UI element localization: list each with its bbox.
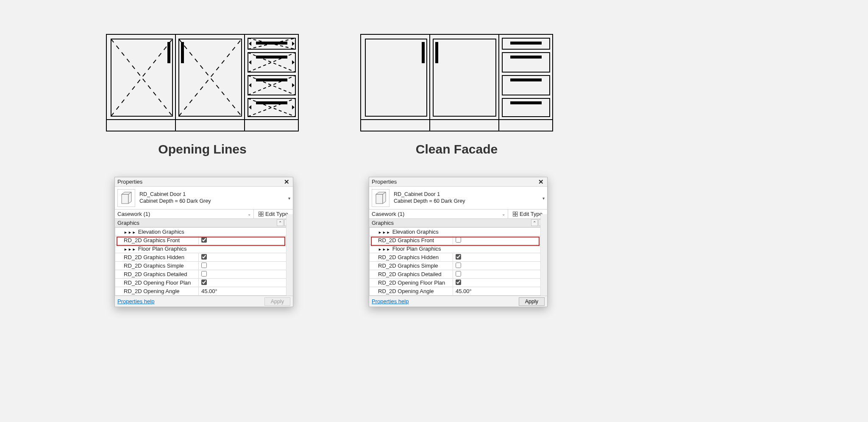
svg-rect-4 xyxy=(111,39,172,116)
close-icon[interactable]: ✕ xyxy=(282,178,291,186)
properties-help-link[interactable]: Properties help xyxy=(117,298,154,305)
properties-panel-left: Properties ✕ RD_Cabinet Door 1 Cabinet D… xyxy=(114,177,293,307)
chevron-down-icon: ⌄ xyxy=(248,212,251,216)
svg-rect-38 xyxy=(502,53,550,72)
type-name: Cabinet Depth = 60 Dark Grey xyxy=(139,198,211,205)
instance-selector-label: Casework (1) xyxy=(372,211,404,217)
svg-marker-44 xyxy=(122,194,128,204)
svg-rect-25 xyxy=(256,102,287,104)
svg-rect-47 xyxy=(259,212,261,214)
instance-selector[interactable]: Casework (1) ⌄ xyxy=(115,210,254,218)
group-floorplan[interactable]: ►►►Floor Plan Graphics xyxy=(370,245,547,253)
edit-type-icon xyxy=(259,212,264,217)
section-graphics[interactable]: Graphics ⌃ ⌃ xyxy=(115,219,293,227)
checkbox-opening-fp[interactable] xyxy=(201,279,207,285)
section-label: Graphics xyxy=(372,220,394,226)
svg-rect-5 xyxy=(179,39,242,116)
chevron-down-icon[interactable]: ▾ xyxy=(288,196,290,200)
panel-title: Properties xyxy=(117,179,142,185)
section-collapse-icon[interactable]: ⌃ xyxy=(277,219,284,226)
svg-rect-57 xyxy=(516,214,518,216)
param-detailed: RD_2D Graphics Detailed xyxy=(370,270,453,279)
svg-rect-39 xyxy=(511,56,541,58)
edit-type-label: Edit Type xyxy=(265,211,288,217)
svg-rect-6 xyxy=(168,42,170,63)
scrollbar[interactable] xyxy=(286,214,293,296)
triangle-icon: ►►► xyxy=(124,247,136,252)
checkbox-simple[interactable] xyxy=(201,263,207,268)
svg-rect-32 xyxy=(365,39,427,116)
svg-rect-37 xyxy=(511,42,541,44)
properties-help-link[interactable]: Properties help xyxy=(372,298,409,305)
checkbox-simple[interactable] xyxy=(456,263,461,268)
section-collapse-icon[interactable]: ⌃ xyxy=(531,219,538,226)
section-graphics[interactable]: Graphics ⌃ ⌃ xyxy=(369,219,547,227)
value-opening-angle[interactable]: 45.00° xyxy=(201,288,217,294)
panel-title: Properties xyxy=(372,179,397,185)
checkbox-front[interactable] xyxy=(201,237,207,243)
checkbox-front[interactable] xyxy=(456,237,461,243)
close-icon[interactable]: ✕ xyxy=(537,178,545,186)
chevron-down-icon[interactable]: ▾ xyxy=(542,196,545,200)
svg-rect-17 xyxy=(256,56,287,58)
type-selector[interactable]: RD_Cabinet Door 1 Cabinet Depth = 60 Dar… xyxy=(115,187,293,210)
svg-rect-42 xyxy=(502,98,550,117)
family-thumb-icon xyxy=(372,189,389,207)
group-elevation[interactable]: ►►►Elevation Graphics xyxy=(370,228,547,236)
svg-rect-40 xyxy=(502,75,550,95)
svg-rect-55 xyxy=(516,212,518,214)
svg-line-9 xyxy=(111,39,172,116)
param-simple: RD_2D Graphics Simple xyxy=(370,262,453,270)
svg-rect-49 xyxy=(259,214,261,216)
family-name: RD_Cabinet Door 1 xyxy=(394,191,465,198)
param-front: RD_2D Graphics Front xyxy=(370,236,453,245)
family-name: RD_Cabinet Door 1 xyxy=(139,191,211,198)
triangle-icon: ►►► xyxy=(378,247,391,252)
param-opening-angle: RD_2D Opening Angle xyxy=(115,287,199,296)
svg-rect-41 xyxy=(511,79,541,81)
param-hidden: RD_2D Graphics Hidden xyxy=(115,253,199,262)
param-hidden: RD_2D Graphics Hidden xyxy=(370,253,453,262)
instance-selector-label: Casework (1) xyxy=(117,211,150,217)
svg-rect-56 xyxy=(513,214,515,216)
group-elevation[interactable]: ►►►Elevation Graphics xyxy=(115,228,293,236)
checkbox-hidden[interactable] xyxy=(201,254,207,260)
cabinet-opening-lines xyxy=(106,34,299,131)
scrollbar[interactable] xyxy=(540,214,547,296)
group-floorplan[interactable]: ►►►Floor Plan Graphics xyxy=(115,245,293,253)
svg-rect-54 xyxy=(513,212,515,214)
triangle-icon: ►►► xyxy=(124,230,136,235)
edit-type-label: Edit Type xyxy=(520,211,542,217)
svg-rect-21 xyxy=(256,79,287,81)
svg-rect-34 xyxy=(422,42,424,63)
triangle-icon: ►►► xyxy=(378,230,391,235)
type-name: Cabinet Depth = 60 Dark Grey xyxy=(394,198,465,205)
svg-line-10 xyxy=(179,39,242,116)
checkbox-detailed[interactable] xyxy=(201,271,207,277)
svg-line-11 xyxy=(179,39,242,116)
svg-marker-51 xyxy=(376,194,383,204)
apply-button[interactable]: Apply xyxy=(519,297,545,306)
cabinet-clean-facade xyxy=(360,34,553,131)
param-opening-angle: RD_2D Opening Angle xyxy=(370,287,453,296)
properties-table: ►►►Elevation Graphics RD_2D Graphics Fro… xyxy=(369,227,547,296)
edit-type-icon xyxy=(513,212,518,217)
checkbox-hidden[interactable] xyxy=(456,254,461,260)
instance-selector[interactable]: Casework (1) ⌄ xyxy=(369,210,508,218)
caption-clean-facade: Clean Facade xyxy=(360,142,553,157)
svg-rect-48 xyxy=(262,212,264,214)
svg-rect-43 xyxy=(511,102,541,104)
properties-panel-right: Properties ✕ RD_Cabinet Door 1 Cabinet D… xyxy=(369,177,548,307)
chevron-down-icon: ⌄ xyxy=(502,212,505,216)
section-label: Graphics xyxy=(117,220,139,226)
apply-button[interactable]: Apply xyxy=(264,297,290,306)
type-selector[interactable]: RD_Cabinet Door 1 Cabinet Depth = 60 Dar… xyxy=(369,187,547,210)
value-opening-angle[interactable]: 45.00° xyxy=(456,288,472,294)
checkbox-opening-fp[interactable] xyxy=(456,279,461,285)
checkbox-detailed[interactable] xyxy=(456,271,461,277)
properties-table: ►►►Elevation Graphics RD_2D Graphics Fro… xyxy=(115,227,293,296)
svg-rect-50 xyxy=(262,214,264,216)
param-simple: RD_2D Graphics Simple xyxy=(115,262,199,270)
param-front: RD_2D Graphics Front xyxy=(115,236,199,245)
svg-rect-7 xyxy=(181,42,184,63)
